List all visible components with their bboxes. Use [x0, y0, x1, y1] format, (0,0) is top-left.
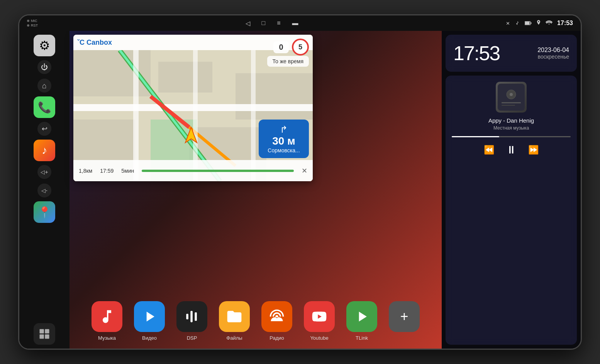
youtube-app-icon — [304, 301, 335, 332]
more-app-icon: + — [389, 301, 420, 332]
svg-rect-23 — [186, 314, 188, 320]
nav-back-btn[interactable]: ◁ — [246, 20, 250, 27]
map-widget[interactable]: ˇC Canbox — [73, 35, 313, 181]
music-card: Арру - Dan Henig Местная музыка ⏪ ⏸ ⏩ — [446, 76, 577, 345]
svg-rect-5 — [40, 334, 44, 339]
radio-app-icon — [261, 301, 292, 332]
sidebar-apps-btn[interactable] — [34, 323, 55, 345]
dock-app-youtube[interactable]: Youtube — [304, 301, 335, 341]
dock-app-files[interactable]: Файлы — [219, 301, 250, 341]
files-app-label: Файлы — [226, 335, 242, 341]
music-progress-track[interactable] — [452, 136, 571, 137]
more-app-label — [403, 335, 405, 341]
status-right: ⨯️ 17:53 — [506, 20, 573, 27]
status-time: 17:53 — [557, 20, 573, 27]
nav-home-btn[interactable]: □ — [262, 20, 266, 27]
status-bar: MIC RST ◁ □ ≡ ▬ ⨯️ 17:53 — [19, 15, 581, 31]
sidebar-back-btn[interactable]: ↩ — [37, 122, 51, 136]
device-frame: MIC RST ◁ □ ≡ ▬ ⨯️ 17:53 ⚙ — [18, 14, 582, 350]
dock-app-tlink[interactable]: TLink — [346, 301, 377, 341]
svg-rect-12 — [236, 73, 313, 120]
svg-point-28 — [510, 93, 513, 96]
music-controls: ⏪ ⏸ ⏩ — [452, 143, 571, 156]
nav-menu-btn[interactable]: ≡ — [277, 20, 280, 27]
svg-rect-25 — [195, 312, 197, 321]
svg-rect-29 — [502, 102, 521, 103]
sidebar-home-btn[interactable]: ⌂ — [37, 79, 51, 93]
battery-icon — [525, 21, 532, 25]
turn-distance: 30 м — [265, 135, 303, 147]
speed-widget: 0 5 — [273, 39, 309, 56]
music-title: Арру - Dan Henig — [452, 117, 571, 124]
canbox-logo: ˇC Canbox — [77, 39, 112, 47]
music-app-label: Музыка — [98, 335, 116, 341]
turn-street: Сормовска... — [265, 147, 303, 153]
eta-distance: 1,8км — [79, 168, 92, 174]
tlink-app-icon — [346, 301, 377, 332]
eta-duration: 5мин — [121, 168, 134, 174]
sidebar-phone-btn[interactable]: 📞 — [34, 96, 55, 118]
clock-card: 17:53 2023-06-04 воскресенье — [446, 35, 577, 72]
clock-date-text: 2023-06-04 — [537, 47, 569, 54]
youtube-app-label: Youtube — [310, 335, 328, 341]
svg-rect-2 — [531, 22, 531, 24]
right-panel: 17:53 2023-06-04 воскресенье — [442, 31, 581, 349]
bluetooth-icon — [515, 20, 520, 26]
dock-app-radio[interactable]: Радио — [261, 301, 292, 341]
bluetooth-icon: ⨯️ — [506, 20, 510, 26]
svg-rect-6 — [45, 334, 49, 339]
music-play-btn[interactable]: ⏸ — [506, 143, 517, 156]
album-art — [496, 82, 527, 113]
wifi-icon — [546, 20, 553, 26]
nav-controls: ◁ □ ≡ ▬ — [246, 20, 298, 27]
sidebar-maps-btn[interactable]: 📍 — [34, 201, 55, 223]
music-forward-btn[interactable]: ⏩ — [528, 145, 539, 155]
clock-weekday: воскресенье — [537, 54, 569, 60]
clock-time: 17:53 — [453, 42, 500, 65]
speed-limit: 5 — [292, 39, 309, 56]
clock-date: 2023-06-04 воскресенье — [537, 47, 569, 60]
svg-rect-24 — [190, 311, 193, 322]
nav-screenshot-btn[interactable]: ▬ — [292, 20, 298, 27]
sidebar-vol-down-btn[interactable]: ◁- — [37, 184, 51, 197]
tlink-app-label: TLink — [356, 335, 368, 341]
location-icon — [536, 20, 541, 26]
sidebar-vol-up-btn[interactable]: ◁+ — [37, 165, 51, 179]
music-progress-fill — [452, 136, 499, 137]
sidebar: ⚙ ⏻ ⌂ 📞 ↩ ♪ ◁+ ◁- 📍 — [19, 31, 69, 349]
svg-rect-9 — [158, 62, 212, 93]
current-speed: 0 — [273, 41, 289, 53]
radio-app-label: Радио — [269, 335, 284, 341]
rst-indicator: RST — [27, 24, 38, 27]
music-subtitle: Местная музыка — [452, 125, 571, 131]
svg-rect-3 — [40, 329, 44, 334]
dock-app-dsp[interactable]: DSP — [176, 301, 207, 341]
sidebar-power-btn[interactable]: ⏻ — [37, 60, 51, 74]
map-bottom-bar: 1,8км 17:59 5мин ✕ — [73, 160, 313, 181]
eta-time: 17:59 — [100, 168, 114, 174]
turn-arrow-icon: ↱ — [265, 124, 303, 135]
music-app-icon — [92, 301, 122, 332]
dock-app-music[interactable]: Музыка — [92, 301, 122, 341]
status-left: MIC RST — [27, 19, 38, 27]
sidebar-settings-btn[interactable]: ⚙ — [34, 35, 55, 56]
svg-rect-1 — [525, 22, 530, 25]
files-app-icon — [219, 301, 250, 332]
turn-card: ↱ 30 м Сормовска... — [259, 120, 309, 158]
center-area: ˇC Canbox — [69, 31, 442, 349]
dock-app-video[interactable]: Видео — [134, 301, 165, 341]
mic-indicator: MIC — [27, 19, 38, 23]
route-progress — [142, 170, 294, 172]
dsp-app-icon — [176, 301, 207, 332]
map-close-btn[interactable]: ✕ — [302, 167, 307, 175]
nav-instruction: То же время — [267, 56, 309, 67]
video-app-label: Видео — [142, 335, 157, 341]
dock-app-more[interactable]: + — [389, 301, 420, 341]
svg-rect-30 — [502, 105, 515, 106]
sidebar-music-btn[interactable]: ♪ — [34, 140, 55, 161]
app-dock: Музыка Видео — [69, 301, 442, 341]
dsp-app-label: DSP — [187, 335, 197, 341]
svg-rect-4 — [45, 329, 49, 334]
music-rewind-btn[interactable]: ⏪ — [484, 145, 494, 155]
video-app-icon — [134, 301, 165, 332]
